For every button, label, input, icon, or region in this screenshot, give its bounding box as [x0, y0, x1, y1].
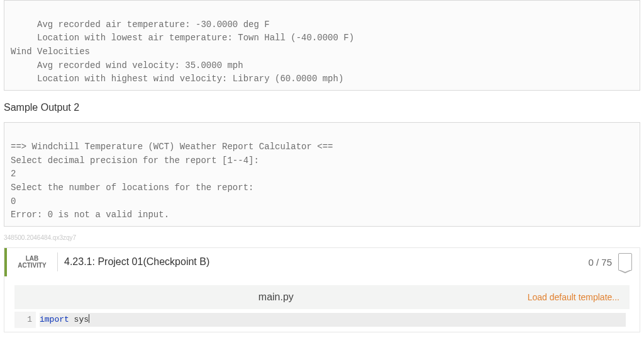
module-name: sys: [69, 315, 89, 324]
file-name: main.py: [25, 291, 528, 303]
lab-activity-box: LAB ACTIVITY 4.23.1: Project 01(Checkpoi…: [4, 247, 640, 332]
lab-title: 4.23.1: Project 01(Checkpoint B): [64, 256, 588, 268]
lab-label-top: LAB: [7, 255, 57, 262]
output-line: Error: 0 is not a valid input.: [11, 210, 169, 220]
code-line[interactable]: import sys: [40, 313, 626, 327]
output-line: Wind Velocities: [11, 47, 90, 57]
hash-text: 348500.2046484.qx3zqy7: [4, 234, 640, 241]
output-line: 0: [11, 196, 16, 206]
divider: [57, 252, 58, 271]
file-bar: main.py Load default template...: [14, 285, 630, 309]
ribbon-icon: [618, 253, 632, 271]
code-area[interactable]: import sys: [36, 312, 630, 328]
load-default-template-link[interactable]: Load default template...: [528, 292, 619, 302]
line-number: 1: [14, 313, 32, 327]
lab-label-bottom: ACTIVITY: [7, 262, 57, 269]
output-line: Select decimal precision for the report …: [11, 156, 259, 166]
output-line: Avg recorded wind velocity: 35.0000 mph: [11, 60, 243, 71]
editor-wrap: main.py Load default template... 1 impor…: [4, 276, 640, 332]
keyword-import: import: [40, 315, 69, 324]
code-editor[interactable]: 1 import sys: [14, 312, 630, 328]
sample-output-2-heading: Sample Output 2: [4, 102, 640, 113]
output-line: 2: [11, 169, 16, 179]
lab-activity-label: LAB ACTIVITY: [7, 255, 57, 269]
lab-header: LAB ACTIVITY 4.23.1: Project 01(Checkpoi…: [4, 248, 640, 276]
output-line: Location with lowest air temperature: To…: [11, 33, 354, 43]
output-line: Location with highest wind velocity: Lib…: [11, 74, 343, 84]
output-line: ==> Windchill Temperature (WCT) Weather …: [11, 142, 333, 152]
output-line: Select the number of locations for the r…: [11, 183, 253, 193]
text-cursor: [89, 314, 89, 323]
gutter: 1: [14, 312, 36, 328]
sample-output-1-block: Avg recorded air temperature: -30.0000 d…: [4, 0, 640, 91]
sample-output-2-block: ==> Windchill Temperature (WCT) Weather …: [4, 122, 640, 227]
output-line: Avg recorded air temperature: -30.0000 d…: [11, 20, 270, 30]
lab-score: 0 / 75: [588, 257, 612, 268]
